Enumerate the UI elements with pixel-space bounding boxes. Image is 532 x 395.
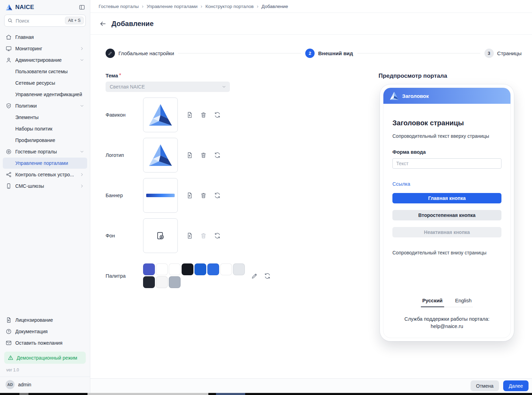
main-area: Гостевые порталы › Управление порталами …	[90, 0, 532, 393]
palette-swatch[interactable]	[182, 263, 193, 275]
tab-english[interactable]: English	[454, 298, 473, 307]
step-global-settings[interactable]: Глобальные настройки	[106, 49, 174, 58]
mail-icon	[6, 340, 12, 346]
sidebar-item-elements[interactable]: Элементы	[3, 112, 87, 123]
next-button[interactable]: Далее	[503, 380, 529, 391]
background-row: Фон	[106, 218, 379, 253]
upload-file-icon[interactable]	[186, 232, 193, 239]
preview-primary-button[interactable]: Главная кнопка	[392, 193, 501, 203]
stepper-line	[178, 53, 301, 54]
palette-swatch[interactable]	[220, 263, 232, 275]
sidebar-item-monitoring[interactable]: Мониторинг	[3, 43, 87, 54]
chevron-down-icon	[222, 84, 226, 89]
logo-image	[148, 144, 173, 167]
preview-text-input[interactable]	[392, 158, 501, 169]
palette-swatch[interactable]	[143, 263, 155, 275]
preview-secondary-button[interactable]: Второстепенная кнопка	[392, 210, 501, 220]
trash-icon[interactable]	[200, 152, 207, 159]
brand[interactable]: NAICE	[6, 4, 34, 11]
palette-swatch[interactable]	[156, 276, 168, 288]
preview-logo-icon	[390, 92, 399, 100]
favicon-row: Фавикон	[106, 98, 379, 132]
palette-row: Палитра	[106, 263, 379, 288]
breadcrumb-item[interactable]: Управление порталами	[147, 4, 198, 9]
naice-logo-icon	[6, 4, 13, 10]
user-icon	[6, 57, 12, 63]
sidebar-item-system-users[interactable]: Пользователи системы	[3, 66, 87, 77]
sidebar-item-policies[interactable]: Политики	[3, 100, 87, 111]
breadcrumb-separator: ›	[257, 3, 258, 9]
sidebar-item-label: Пользователи системы	[15, 69, 68, 74]
refresh-icon[interactable]	[214, 111, 221, 118]
upload-file-icon[interactable]	[186, 111, 193, 118]
sidebar-item-network-device-control[interactable]: Контроль сетевых устро...	[3, 169, 87, 180]
refresh-icon[interactable]	[264, 272, 271, 279]
tab-russian[interactable]: Русский	[421, 298, 444, 307]
sidebar-item-policy-sets[interactable]: Наборы политик	[3, 123, 87, 134]
step-appearance[interactable]: 2 Внешний вид	[305, 49, 353, 58]
sidebar-footer: Лицензирование Документация Оставить пож…	[0, 314, 90, 377]
sidebar-item-network-resources[interactable]: Сетевые ресурсы	[3, 77, 87, 89]
breadcrumb-item-current: Добавление	[261, 4, 288, 9]
step-pages[interactable]: 3 Страницы	[484, 49, 522, 58]
logo-row: Логотип	[106, 138, 379, 173]
sidebar-item-guest-portals[interactable]: Гостевые порталы	[3, 146, 87, 157]
refresh-icon[interactable]	[214, 232, 221, 239]
appearance-form: Тема* Светлая NAICE Фавикон	[106, 73, 379, 341]
arrow-left-icon	[99, 20, 107, 27]
sidebar-item-label: Документация	[15, 329, 48, 334]
sidebar-item-sms-gateways[interactable]: СМС-шлюзы	[3, 180, 87, 192]
sidebar-item-administration[interactable]: Администрирование	[3, 54, 87, 66]
favicon-preview	[143, 98, 178, 132]
breadcrumb-item[interactable]: Конструктор порталов	[205, 4, 253, 9]
preview-section-title: Предпросмотр портала	[379, 73, 522, 79]
sidebar-item-identity-management[interactable]: Управление идентификацией	[3, 89, 87, 100]
chevron-down-icon	[80, 103, 84, 108]
trash-icon[interactable]	[200, 111, 207, 118]
step3-label: Страницы	[497, 50, 522, 56]
brand-name: NAICE	[15, 4, 34, 11]
preview-top-text: Сопроводительный текст вверху страницы	[392, 133, 501, 139]
theme-select[interactable]: Светлая NAICE	[106, 82, 230, 92]
theme-select-value: Светлая NAICE	[110, 84, 145, 90]
trash-icon[interactable]	[200, 192, 207, 199]
edit-pencil-icon[interactable]	[251, 272, 258, 279]
step1-circle	[106, 49, 115, 58]
sidebar-item-profiling[interactable]: Профилирование	[3, 135, 87, 146]
step2-circle: 2	[305, 49, 315, 58]
sidebar-item-documentation[interactable]: Документация	[3, 326, 87, 337]
preview-link[interactable]: Ссылка	[392, 181, 410, 187]
user-row[interactable]: AD admin	[0, 377, 90, 393]
shield-icon	[6, 103, 12, 109]
palette-swatch[interactable]	[207, 263, 219, 275]
chevron-right-icon	[80, 46, 84, 51]
refresh-icon[interactable]	[214, 192, 221, 199]
sidebar-item-feedback[interactable]: Оставить пожелания	[3, 337, 87, 348]
palette-swatch[interactable]	[194, 263, 206, 275]
app-root: NAICE Alt + S Главная Мониторинг	[0, 0, 532, 393]
palette-swatch[interactable]	[143, 276, 155, 288]
chevron-right-icon	[80, 172, 84, 177]
back-button[interactable]	[99, 20, 107, 27]
refresh-icon[interactable]	[214, 152, 221, 159]
palette-swatch[interactable]	[156, 263, 168, 275]
cancel-button[interactable]: Отмена	[471, 380, 499, 391]
breadcrumb-item[interactable]: Гостевые порталы	[99, 4, 139, 9]
banner-label: Баннер	[106, 193, 143, 198]
sidebar-item-home[interactable]: Главная	[3, 32, 87, 43]
upload-file-icon[interactable]	[186, 192, 193, 199]
required-mark: *	[119, 73, 121, 78]
sidebar-item-licensing[interactable]: Лицензирование	[3, 314, 87, 326]
stepper-line	[357, 53, 480, 54]
palette-swatch[interactable]	[169, 263, 181, 275]
breadcrumb: Гостевые порталы › Управление порталами …	[90, 0, 532, 13]
sidebar-item-portal-management[interactable]: Управление порталами	[3, 158, 87, 169]
sidebar-item-label: Лицензирование	[15, 317, 53, 323]
palette-swatch[interactable]	[233, 263, 245, 275]
portal-icon	[6, 149, 12, 155]
sidebar: NAICE Alt + S Главная Мониторинг	[0, 0, 90, 393]
sidebar-collapse-button[interactable]	[79, 4, 85, 10]
stepper: Глобальные настройки 2 Внешний вид 3 Стр…	[106, 49, 522, 58]
palette-swatch[interactable]	[169, 276, 181, 288]
upload-file-icon[interactable]	[186, 152, 193, 159]
